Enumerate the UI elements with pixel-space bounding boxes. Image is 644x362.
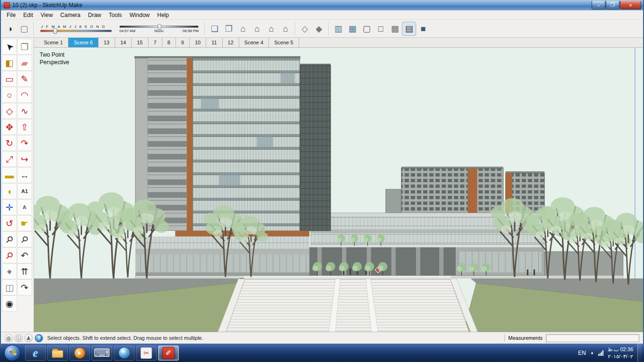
protractor-tool[interactable]: ◖ — [2, 183, 17, 199]
time-slider-track[interactable] — [119, 25, 199, 28]
menu-view[interactable]: View — [37, 11, 57, 19]
top-view-button[interactable]: ⌂ — [250, 22, 264, 36]
scene-tab-10[interactable]: 10 — [190, 38, 206, 47]
walk-tool[interactable]: ⇈ — [17, 263, 32, 279]
arc-tool[interactable]: ◠ — [17, 87, 32, 103]
shaded-style-button[interactable]: ▩ — [388, 22, 402, 36]
titlebar[interactable]: 10 (2).skp - SketchUp Make –❐× — [1, 0, 643, 10]
scene-tab-8[interactable]: 8 — [162, 38, 176, 47]
menu-camera[interactable]: Camera — [57, 11, 84, 19]
follow-me-tool[interactable]: ↷ — [17, 135, 32, 151]
internet-explorer-taskbar-button[interactable] — [25, 345, 46, 361]
measurements-input[interactable] — [546, 334, 639, 342]
position-camera-tool[interactable]: ⌖ — [2, 263, 17, 279]
select-tool[interactable]: ➤ — [2, 39, 17, 55]
minimize-button[interactable]: – — [592, 1, 605, 9]
scene-tab-scene-6[interactable]: Scene 6 — [68, 38, 98, 47]
axes-tool[interactable]: ✛ — [2, 199, 17, 215]
section-plane-button[interactable]: ◇ — [298, 22, 312, 36]
help-icon[interactable]: ? — [35, 334, 43, 342]
rotate-tool[interactable]: ↻ — [2, 135, 17, 151]
scene-tab-12[interactable]: 12 — [223, 38, 239, 47]
tape-measure-tool[interactable]: ▬ — [2, 167, 17, 183]
line-tool[interactable]: ✎ — [17, 71, 32, 87]
scene-tab-15[interactable]: 15 — [132, 38, 148, 47]
close-button[interactable]: × — [620, 1, 641, 9]
scene-tab-scene-1[interactable]: Scene 1 — [39, 38, 68, 47]
google-earth-taskbar-button[interactable] — [114, 345, 134, 361]
sketchup-taskbar-button[interactable] — [158, 345, 179, 361]
viewport[interactable]: Two Point Perspective — [34, 48, 643, 332]
section-cut-button[interactable]: ◆ — [312, 22, 326, 36]
media-player-taskbar-button[interactable] — [69, 345, 90, 361]
scene-tab-14[interactable]: 14 — [115, 38, 132, 47]
move-tool[interactable]: ✥ — [2, 119, 17, 135]
3d-text-tool[interactable]: A — [17, 199, 32, 215]
orthographic-view-button[interactable]: ❏ — [208, 22, 222, 36]
right-view-button[interactable]: ⌂ — [278, 22, 293, 36]
eraser-tool[interactable]: ▰ — [17, 55, 32, 71]
clock[interactable]: 02:36 ب.ظ ٢٠١٥/٠٣/٠٢ — [608, 346, 633, 360]
orbit-tool[interactable]: ↺ — [2, 215, 17, 231]
model-canvas[interactable] — [34, 48, 643, 332]
scene-tab-9[interactable]: 9 — [176, 38, 190, 47]
push-pull-tool[interactable]: ⇧ — [17, 119, 32, 135]
shadow-settings-button[interactable]: ◑ — [3, 22, 17, 36]
shaded-textures-style-button[interactable]: ▤ — [402, 22, 416, 36]
scene-tab-7[interactable]: 7 — [149, 38, 162, 47]
shadow-date-slider[interactable]: J F M A M J J A S O N D — [40, 25, 112, 33]
language-indicator[interactable]: EN — [578, 350, 586, 356]
on-screen-keyboard-taskbar-button[interactable] — [92, 345, 112, 361]
start-button[interactable] — [4, 345, 20, 361]
circle-tool[interactable]: ○ — [2, 87, 17, 103]
offset-tool[interactable]: ↪ — [17, 151, 32, 167]
scene-tab-13[interactable]: 13 — [99, 38, 115, 47]
tray-expand-icon[interactable]: ▲ — [590, 351, 594, 355]
shadow-time-slider[interactable]: 04:57 AM Noon 06:58 PM — [119, 25, 199, 33]
menu-help[interactable]: Help — [153, 11, 173, 19]
x-ray-style-button[interactable]: ▥ — [331, 22, 345, 36]
section-plane-tool[interactable]: ◫ — [2, 279, 17, 295]
make-component-tool[interactable]: ❐ — [17, 39, 32, 55]
zoom-extents-tool[interactable]: ⚲ — [2, 247, 17, 263]
hidden-line-style-button[interactable]: □ — [374, 22, 388, 36]
look-around-tool[interactable]: ◉ — [2, 295, 17, 311]
network-icon[interactable] — [598, 350, 603, 356]
toggle-shadows-button[interactable]: ▢ — [17, 22, 31, 36]
time-slider-handle[interactable] — [158, 24, 161, 30]
claim-credit-icon[interactable]: ⓘ — [15, 334, 23, 342]
scene-tab-scene-5[interactable]: Scene 5 — [269, 38, 299, 47]
perspective-view-button[interactable]: ❐ — [222, 22, 236, 36]
menu-window[interactable]: Window — [126, 11, 154, 19]
sign-in-icon[interactable]: ♟ — [25, 334, 33, 342]
scene-tab-scene-4[interactable]: Scene 4 — [239, 38, 269, 47]
rectangle-tool[interactable]: ▭ — [2, 71, 17, 87]
windows-explorer-taskbar-button[interactable] — [47, 345, 68, 361]
wireframe-style-button[interactable]: ▢ — [360, 22, 374, 36]
previous-view-tool[interactable]: ↶ — [17, 247, 32, 263]
menu-tools[interactable]: Tools — [105, 11, 126, 19]
dimension-tool[interactable]: ↔ — [17, 167, 32, 183]
monochrome-style-button[interactable]: ■ — [416, 22, 430, 36]
back-edges-style-button[interactable]: ▦ — [345, 22, 360, 36]
maximize-button[interactable]: ❐ — [606, 1, 619, 9]
polygon-tool[interactable]: ◇ — [2, 103, 17, 119]
freehand-tool[interactable]: ∿ — [17, 103, 32, 119]
menu-edit[interactable]: Edit — [19, 11, 37, 19]
front-view-button[interactable]: ⌂ — [264, 22, 278, 36]
date-slider-handle[interactable] — [53, 28, 57, 34]
scale-tool[interactable]: ⤢ — [2, 151, 17, 167]
zoom-window-tool[interactable]: ⚲ — [17, 231, 32, 247]
text-tool[interactable]: A1 — [17, 183, 32, 199]
scene-tab-11[interactable]: 11 — [206, 38, 222, 47]
zoom-tool[interactable]: ⚲ — [2, 231, 17, 247]
paint-bucket-tool[interactable]: ◧ — [2, 55, 17, 71]
show-desktop-button[interactable] — [637, 344, 642, 362]
iso-view-button[interactable]: ⌂ — [236, 22, 250, 36]
menu-file[interactable]: File — [3, 11, 19, 19]
date-slider-track[interactable] — [40, 30, 112, 32]
pan-tool[interactable]: ☛ — [17, 215, 32, 231]
next-view-tool[interactable]: ↷ — [17, 279, 32, 295]
snipping-tool-taskbar-button[interactable] — [136, 345, 157, 361]
geolocation-icon[interactable]: ◍ — [5, 334, 13, 342]
